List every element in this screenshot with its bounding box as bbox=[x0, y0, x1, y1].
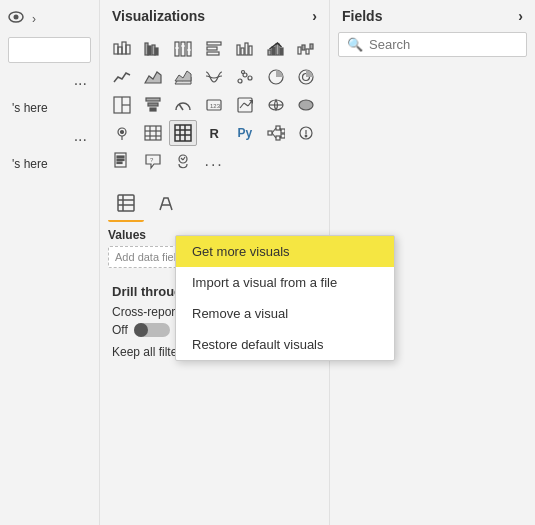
viz-icon-qa[interactable]: ? bbox=[139, 148, 167, 174]
eye-icon[interactable] bbox=[8, 10, 24, 27]
viz-icon-azure-map[interactable] bbox=[108, 120, 136, 146]
svg-text:123: 123 bbox=[210, 103, 221, 109]
svg-rect-23 bbox=[268, 50, 271, 55]
viz-fields-icon[interactable] bbox=[108, 186, 144, 222]
viz-icon-stacked-bar[interactable] bbox=[108, 36, 136, 62]
svg-rect-66 bbox=[175, 125, 191, 141]
viz-icon-kpi[interactable] bbox=[231, 92, 259, 118]
svg-rect-44 bbox=[146, 98, 160, 101]
svg-rect-20 bbox=[241, 48, 244, 55]
viz-icon-waterfall[interactable] bbox=[292, 36, 320, 62]
left-panel-label-2: 's here bbox=[4, 153, 95, 175]
svg-rect-73 bbox=[276, 136, 280, 140]
svg-line-77 bbox=[272, 133, 276, 138]
svg-rect-30 bbox=[310, 44, 313, 49]
viz-icon-card[interactable]: 123 bbox=[200, 92, 228, 118]
viz-icon-bar-chart[interactable] bbox=[200, 36, 228, 62]
viz-icon-line-col[interactable] bbox=[262, 36, 290, 62]
viz-icon-map[interactable] bbox=[262, 92, 290, 118]
svg-rect-26 bbox=[280, 48, 283, 55]
viz-icon-scatter[interactable] bbox=[231, 64, 259, 90]
svg-rect-17 bbox=[207, 47, 217, 50]
svg-rect-14 bbox=[187, 42, 191, 56]
svg-line-53 bbox=[248, 102, 251, 106]
svg-rect-10 bbox=[175, 42, 179, 56]
svg-marker-31 bbox=[145, 72, 161, 83]
viz-icon-more[interactable]: ... bbox=[200, 148, 228, 174]
svg-rect-12 bbox=[181, 42, 185, 56]
viz-icon-line[interactable] bbox=[108, 64, 136, 90]
svg-rect-7 bbox=[148, 46, 151, 55]
svg-rect-18 bbox=[207, 52, 219, 55]
viz-icon-clustered-bar[interactable] bbox=[139, 36, 167, 62]
svg-point-60 bbox=[121, 131, 124, 134]
svg-line-51 bbox=[240, 103, 244, 108]
svg-rect-21 bbox=[245, 43, 248, 55]
svg-rect-5 bbox=[126, 45, 130, 54]
svg-rect-75 bbox=[281, 134, 285, 138]
svg-rect-85 bbox=[117, 159, 124, 161]
viz-icon-pie[interactable] bbox=[262, 64, 290, 90]
svg-point-36 bbox=[248, 76, 252, 80]
viz-icon-decomp-tree[interactable] bbox=[262, 120, 290, 146]
viz-icon-table[interactable] bbox=[139, 120, 167, 146]
left-panel: › ... 's here ... 's here bbox=[0, 0, 100, 525]
svg-rect-27 bbox=[298, 47, 301, 54]
svg-rect-91 bbox=[118, 195, 134, 211]
viz-icon-stacked-area[interactable] bbox=[169, 64, 197, 90]
viz-panel-header: Visualizations › bbox=[100, 0, 329, 32]
svg-point-57 bbox=[299, 100, 313, 110]
search-input[interactable] bbox=[369, 37, 518, 52]
viz-icon-funnel[interactable] bbox=[139, 92, 167, 118]
viz-icon-stacked-col[interactable] bbox=[231, 36, 259, 62]
svg-rect-45 bbox=[148, 103, 158, 106]
fields-panel-header: Fields › bbox=[330, 0, 535, 32]
svg-rect-72 bbox=[276, 126, 280, 130]
svg-line-52 bbox=[244, 103, 248, 106]
viz-format-icon[interactable] bbox=[148, 186, 184, 222]
viz-toggle-track[interactable] bbox=[134, 323, 170, 337]
svg-rect-22 bbox=[249, 46, 252, 55]
left-panel-top: › bbox=[4, 8, 95, 29]
fields-search-box[interactable]: 🔍 bbox=[338, 32, 527, 57]
viz-icon-100-stacked-bar[interactable] bbox=[169, 36, 197, 62]
context-menu-item-import[interactable]: Import a visual from a file bbox=[176, 267, 394, 298]
fields-panel-title: Fields bbox=[342, 8, 382, 24]
left-panel-dots-2[interactable]: ... bbox=[4, 127, 95, 145]
svg-marker-33 bbox=[175, 71, 191, 81]
svg-rect-29 bbox=[306, 49, 309, 54]
search-icon: 🔍 bbox=[347, 37, 363, 52]
context-menu-item-restore[interactable]: Restore default visuals bbox=[176, 329, 394, 360]
viz-icon-matrix[interactable] bbox=[169, 120, 197, 146]
viz-toggle-label: Off bbox=[112, 323, 128, 337]
viz-icon-python[interactable]: Py bbox=[231, 120, 259, 146]
left-panel-expand-icon[interactable]: › bbox=[32, 12, 36, 26]
viz-icon-ribbon[interactable] bbox=[200, 64, 228, 90]
svg-rect-84 bbox=[117, 156, 124, 158]
svg-rect-24 bbox=[272, 47, 275, 55]
viz-icon-filled-map[interactable] bbox=[292, 92, 320, 118]
viz-icon-r-script[interactable]: R bbox=[200, 120, 228, 146]
viz-icon-qi[interactable] bbox=[292, 120, 320, 146]
svg-rect-19 bbox=[237, 45, 240, 55]
viz-icon-area[interactable] bbox=[139, 64, 167, 90]
context-menu-item-get-more[interactable]: Get more visuals bbox=[176, 236, 394, 267]
left-panel-label-1: 's here bbox=[4, 97, 95, 119]
context-menu-item-remove[interactable]: Remove a visual bbox=[176, 298, 394, 329]
viz-icon-gauge[interactable] bbox=[169, 92, 197, 118]
viz-bottom-icons bbox=[108, 186, 321, 222]
fields-panel-expand-icon[interactable]: › bbox=[518, 8, 523, 24]
viz-icon-treemap[interactable] bbox=[108, 92, 136, 118]
svg-rect-71 bbox=[268, 131, 272, 135]
svg-rect-74 bbox=[281, 129, 285, 133]
viz-panel-expand-icon[interactable]: › bbox=[312, 8, 317, 24]
viz-toggle-thumb bbox=[134, 323, 148, 337]
left-panel-input[interactable] bbox=[8, 37, 91, 63]
viz-icons-grid: 123 R Py bbox=[100, 32, 329, 178]
viz-icon-donut[interactable] bbox=[292, 64, 320, 90]
viz-icon-paginated[interactable] bbox=[108, 148, 136, 174]
viz-icon-smart-narrative[interactable] bbox=[169, 148, 197, 174]
viz-panel-title: Visualizations bbox=[112, 8, 205, 24]
svg-rect-46 bbox=[150, 108, 156, 111]
left-panel-dots-1[interactable]: ... bbox=[4, 71, 95, 89]
